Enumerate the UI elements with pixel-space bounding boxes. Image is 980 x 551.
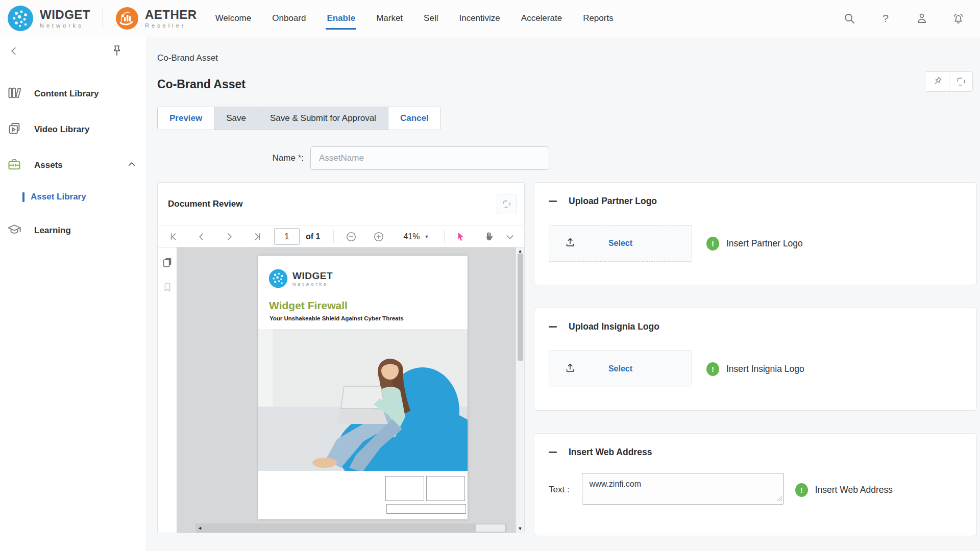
- asset-action-buttons: Preview Save Save & Submit for Approval …: [157, 107, 441, 130]
- scroll-down-icon[interactable]: ▼: [518, 527, 523, 531]
- pdf-brand-title: WIDGET: [292, 271, 333, 281]
- insert-web-address-panel: Insert Web Address Text : www.zinfi.com …: [534, 433, 977, 536]
- pin-page-button[interactable]: [925, 72, 949, 91]
- nav-enable[interactable]: Enable: [327, 13, 355, 23]
- pdf-placeholder-box: [426, 476, 465, 501]
- sidebar-item-asset-library[interactable]: Asset Library: [22, 188, 146, 206]
- widget-logo-icon: [7, 5, 34, 32]
- reseller-subtitle: Reseller: [145, 22, 197, 29]
- scroll-up-icon[interactable]: ▲: [518, 249, 523, 254]
- pdf-brand-subtitle: Networks: [292, 282, 333, 287]
- sidebar-item-assets[interactable]: Assets: [0, 154, 146, 177]
- zoom-in-icon[interactable]: [373, 231, 385, 243]
- collapse-icon[interactable]: [549, 326, 557, 328]
- sidebar: Content Library Video Library Assets: [0, 37, 147, 551]
- web-address-text-label: Text :: [549, 485, 570, 495]
- save-submit-button[interactable]: Save & Submit for Approval: [258, 107, 388, 130]
- web-address-input[interactable]: www.zinfi.com: [582, 473, 784, 505]
- sidebar-item-learning[interactable]: Learning: [0, 219, 146, 242]
- toolbar-more-icon[interactable]: [504, 231, 516, 243]
- insignia-logo-dropzone[interactable]: Select: [549, 350, 692, 387]
- status-label: Insert Web Address: [815, 485, 893, 495]
- horizontal-scroll-thumb[interactable]: [476, 524, 505, 532]
- sidebar-pin-icon[interactable]: [112, 45, 122, 59]
- zoom-out-icon[interactable]: [345, 231, 357, 243]
- chevron-up-icon[interactable]: [127, 160, 136, 171]
- exclamation-icon: !: [795, 483, 808, 497]
- nav-reports[interactable]: Reports: [583, 13, 614, 23]
- hand-tool-icon[interactable]: [482, 231, 495, 243]
- nav-onboard[interactable]: Onboard: [272, 13, 306, 23]
- page-thumbnails-icon[interactable]: [162, 257, 173, 270]
- brand-subtitle: Networks: [40, 22, 90, 29]
- search-icon[interactable]: [843, 12, 856, 25]
- panel-title: Insert Web Address: [569, 447, 652, 458]
- page-total-label: of 1: [306, 232, 320, 241]
- partner-logo-dropzone[interactable]: Select: [549, 225, 692, 262]
- pdf-canvas[interactable]: WIDGET Networks Widget Firewall Your Uns…: [177, 247, 516, 533]
- sidebar-item-label: Content Library: [34, 89, 99, 99]
- sidebar-collapse-icon[interactable]: [8, 45, 19, 59]
- pdf-side-strip: [158, 247, 177, 533]
- vertical-scrollbar[interactable]: ▲ ▼: [516, 247, 524, 533]
- previous-page-icon[interactable]: [195, 231, 208, 243]
- first-page-icon[interactable]: [168, 231, 180, 243]
- document-fullscreen-button[interactable]: [497, 194, 517, 214]
- exclamation-icon: !: [706, 362, 719, 376]
- document-review-card: Document Review: [157, 182, 525, 533]
- pdf-toolbar: of 1 41% ▼: [158, 226, 524, 247]
- page-number-input[interactable]: [274, 228, 300, 245]
- briefcase-icon: [7, 157, 21, 174]
- zoom-level-value[interactable]: 41%: [403, 232, 420, 241]
- name-field-label: Name *:: [157, 153, 310, 163]
- scroll-left-icon[interactable]: ◄: [198, 526, 202, 531]
- breadcrumb: Co-Brand Asset: [157, 53, 977, 63]
- pdf-heading: Widget Firewall: [269, 299, 468, 312]
- bookmarks-icon[interactable]: [162, 282, 173, 294]
- save-button[interactable]: Save: [214, 107, 258, 130]
- select-button[interactable]: Select: [608, 239, 632, 248]
- cancel-button[interactable]: Cancel: [388, 107, 440, 130]
- horizontal-scrollbar[interactable]: ◄: [195, 523, 507, 533]
- brand-divider: [103, 8, 103, 29]
- vertical-scroll-thumb[interactable]: [518, 254, 523, 361]
- video-icon: [7, 121, 21, 138]
- user-icon[interactable]: [915, 12, 928, 25]
- nav-market[interactable]: Market: [376, 13, 403, 23]
- help-icon[interactable]: ?: [879, 12, 892, 25]
- pdf-widget-logo-icon: [268, 269, 288, 288]
- main-content: Co-Brand Asset Co-Brand Asset Preview Sa…: [147, 37, 980, 551]
- pdf-brand-logo: WIDGET Networks: [268, 269, 468, 288]
- pdf-viewer: WIDGET Networks Widget Firewall Your Uns…: [158, 247, 524, 533]
- resize-grip-icon[interactable]: [776, 494, 782, 504]
- select-button[interactable]: Select: [608, 364, 632, 373]
- pdf-placeholder-box: [385, 476, 424, 501]
- sidebar-item-video-library[interactable]: Video Library: [0, 118, 146, 141]
- page-corner-buttons: [925, 71, 973, 92]
- asset-name-input[interactable]: [310, 146, 549, 170]
- status-label: Insert Partner Logo: [726, 238, 803, 249]
- top-bar: WIDGET Networks AETHER Reseller Welcome …: [0, 0, 980, 37]
- nav-incentivize[interactable]: Incentivize: [459, 13, 500, 23]
- graduation-cap-icon: [7, 222, 21, 239]
- pdf-placeholder-box: [386, 504, 466, 514]
- nav-sell[interactable]: Sell: [424, 13, 438, 23]
- aether-reseller-logo: AETHER Reseller: [115, 7, 197, 30]
- active-indicator-bar: [22, 192, 24, 202]
- nav-accelerate[interactable]: Accelerate: [521, 13, 562, 23]
- nav-welcome[interactable]: Welcome: [215, 13, 252, 23]
- select-tool-icon[interactable]: [455, 231, 467, 243]
- collapse-icon[interactable]: [549, 201, 557, 202]
- aether-logo-icon: [115, 7, 139, 30]
- preview-button[interactable]: Preview: [158, 107, 214, 130]
- fullscreen-page-button[interactable]: [949, 72, 972, 91]
- zoom-dropdown-icon[interactable]: ▼: [424, 234, 429, 239]
- last-page-icon[interactable]: [251, 231, 263, 243]
- collapse-icon[interactable]: [549, 452, 557, 453]
- next-page-icon[interactable]: [223, 231, 235, 243]
- notifications-icon[interactable]: [951, 12, 965, 25]
- sidebar-item-content-library[interactable]: Content Library: [0, 83, 146, 105]
- sidebar-item-label: Learning: [34, 226, 71, 236]
- sidebar-item-label: Assets: [34, 160, 114, 170]
- pdf-hero-photo: [258, 329, 468, 471]
